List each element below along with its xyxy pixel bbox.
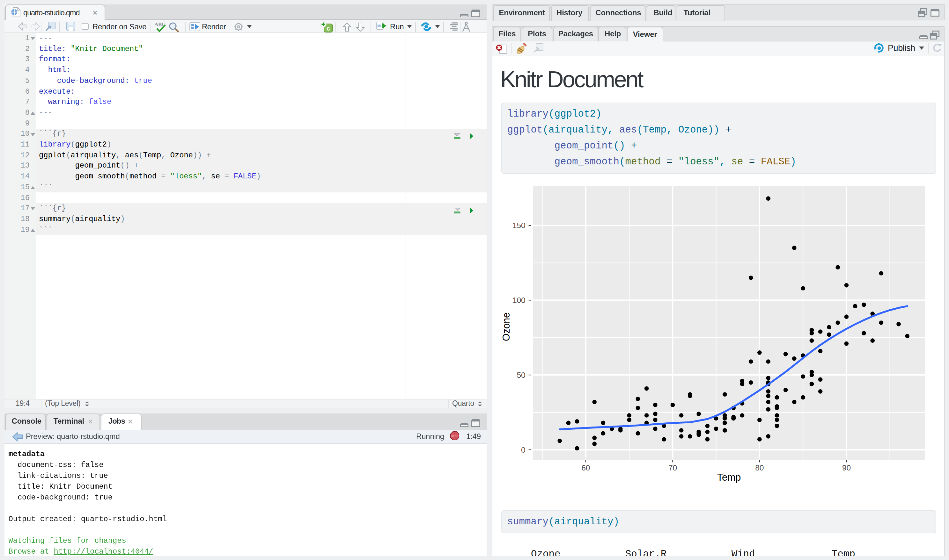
svg-text:STOP: STOP	[451, 434, 458, 438]
svg-text:50: 50	[516, 371, 525, 379]
svg-text:Ozone: Ozone	[501, 312, 511, 341]
svg-text:100: 100	[512, 296, 525, 305]
svg-text:90: 90	[842, 463, 850, 472]
svg-text:Temp: Temp	[717, 472, 741, 483]
svg-text:60: 60	[581, 463, 589, 472]
svg-text:0: 0	[521, 446, 525, 454]
svg-text:70: 70	[668, 463, 677, 472]
svg-text:80: 80	[755, 463, 764, 472]
svg-text:150: 150	[512, 221, 525, 230]
svg-text:c: c	[326, 25, 330, 32]
